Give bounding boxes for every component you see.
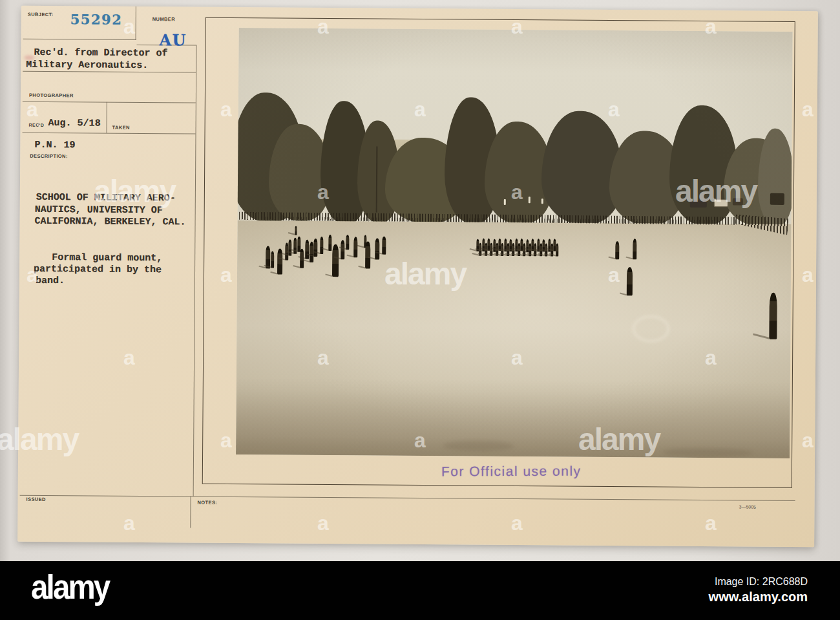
recd-date: Aug. 5/18 (48, 117, 101, 130)
photo-blemish-ring (632, 315, 669, 342)
soldier-figure (615, 241, 619, 259)
parade-photograph (236, 28, 793, 458)
rule-issued-notes-divider (190, 497, 191, 528)
rule-footer (20, 495, 795, 501)
soldier-figure (365, 241, 370, 268)
description-label: DESCRIPTION: (30, 154, 68, 159)
form-number: 3—5005 (739, 504, 756, 509)
soldier-figure (305, 240, 309, 259)
archive-card: SUBJECT: NUMBER PHOTOGRAPHER REC'D TAKEN… (17, 6, 818, 548)
stock-photo-page: SUBJECT: NUMBER PHOTOGRAPHER REC'D TAKEN… (0, 0, 840, 620)
soldier-figure (627, 267, 633, 295)
rule-photographer (23, 102, 196, 103)
description-line1: SCHOOL OF MILITARY AERO- (36, 191, 176, 205)
footer-bar: alamy Image ID: 2RC688D www.alamy.com (0, 561, 840, 620)
soldier-figure (633, 239, 636, 259)
photographer-label: PHOTOGRAPHER (29, 93, 74, 98)
soldier-figure (271, 251, 274, 268)
soldier-figure (556, 243, 558, 256)
rule-subject-box (23, 39, 136, 40)
recd-label: REC'D (29, 123, 45, 127)
rule-subject-box-right (136, 6, 136, 40)
soldier-figure (375, 239, 379, 260)
rule-column-divider (193, 45, 197, 497)
image-id: Image ID: 2RC688D (709, 575, 808, 588)
subject-label: SUBJECT: (28, 12, 54, 17)
taken-label: TAKEN (112, 125, 130, 131)
alamy-logo: alamy (31, 570, 109, 604)
footer-credits: Image ID: 2RC688D www.alamy.com (709, 575, 808, 605)
soldier-figure (382, 237, 386, 255)
caption-line3: band. (36, 275, 65, 287)
soldier-figure (332, 244, 339, 277)
subject-number: 55292 (70, 12, 123, 27)
soldier-figure (328, 235, 331, 251)
rule-dates (23, 133, 196, 134)
soldier-figure (300, 249, 304, 268)
issued-label: ISSUED (26, 497, 46, 502)
soldier-figure (313, 239, 317, 257)
notes-label: NOTES: (198, 500, 218, 506)
pn-number: P.N. 19 (34, 139, 75, 151)
rule-recd-taken-divider (107, 102, 107, 133)
officer-figure (769, 293, 777, 339)
number-stamp-au: AU (159, 32, 187, 48)
soldier-figure (295, 226, 297, 235)
alamy-url: www.alamy.com (709, 588, 808, 605)
caption-line1: Formal guard mount, (52, 251, 162, 264)
soldier-figure (320, 237, 323, 254)
number-label: NUMBER (152, 17, 175, 22)
soldier-figure (341, 240, 344, 259)
received-note-line2: Military Aeronautics. (26, 59, 148, 72)
description-line3: CALIFORNIA, BERKELEY, CAL. (35, 215, 186, 229)
soldier-figure (353, 237, 357, 257)
formation-figures (236, 28, 793, 458)
official-use-stamp: For Official use only (441, 463, 582, 480)
soldier-figure (346, 235, 349, 250)
received-note-line1: Rec'd. from Director of (34, 47, 167, 59)
